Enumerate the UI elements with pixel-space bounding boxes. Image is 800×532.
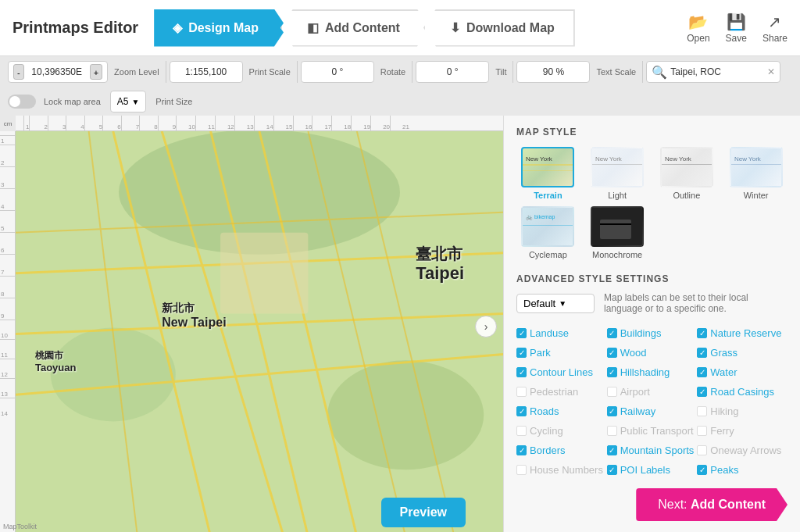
design-icon: ◈ <box>173 20 182 35</box>
layer-hiking[interactable]: Hiking <box>697 403 788 420</box>
terrain-label: Terrain <box>534 191 562 200</box>
layer-check-hillshading: ✓ <box>607 367 617 377</box>
layer-check-roads: ✓ <box>516 406 527 416</box>
layer-label-contour-lines: Contour Lines <box>530 366 593 378</box>
next-add-content-button[interactable]: Next: Add Content <box>636 488 788 521</box>
new-taipei-label: 新北市New Taipei <box>162 302 226 330</box>
outline-thumb: New York <box>660 147 713 187</box>
layer-label-hiking: Hiking <box>710 405 738 417</box>
svg-rect-28 <box>600 220 631 239</box>
layer-grass[interactable]: ✓Grass <box>697 345 788 361</box>
layer-pedestrian[interactable]: Pedestrian <box>516 384 607 400</box>
advanced-title: ADVANCED STYLE SETTINGS <box>516 273 788 284</box>
tilt-group <box>416 61 489 83</box>
step-add-content[interactable]: ◧ Add Content <box>280 9 430 47</box>
layer-park[interactable]: ✓Park <box>516 345 607 361</box>
add-content-icon: ◧ <box>307 20 319 35</box>
map-canvas[interactable]: 臺北市Taipei 新北市New Taipei 桃園市Taoyuan <box>16 131 503 532</box>
layer-contour-lines[interactable]: ✓Contour Lines <box>516 364 607 380</box>
clear-search-icon[interactable]: ✕ <box>767 66 775 77</box>
divider-1 <box>166 61 166 83</box>
rotate-input[interactable] <box>306 66 369 77</box>
layer-mountain-sports[interactable]: ✓Mountain Sports <box>607 442 698 459</box>
layer-public-transport[interactable]: Public Transport <box>607 423 698 439</box>
layer-landuse[interactable]: ✓Landuse <box>516 325 607 341</box>
layer-label-water: Water <box>710 366 737 378</box>
open-icon: 📂 <box>688 12 708 31</box>
layer-nature-reserve[interactable]: ✓Nature Reserve <box>697 325 788 341</box>
light-label: Light <box>608 191 627 200</box>
layer-check-hiking <box>697 406 707 416</box>
layers-grid: ✓Landuse✓Buildings✓Nature Reserve✓Park✓W… <box>516 325 788 478</box>
layer-label-cycling: Cycling <box>530 425 563 437</box>
layer-label-borders: Borders <box>530 445 566 456</box>
layer-label-house-numbers: House Numbers <box>530 464 603 476</box>
layer-check-railway: ✓ <box>607 406 617 416</box>
divider-2 <box>297 61 298 83</box>
layer-airport[interactable]: Airport <box>607 384 698 400</box>
layer-check-contour-lines: ✓ <box>516 367 527 377</box>
taoyuan-label: 桃園市Taoyuan <box>35 350 77 373</box>
mono-label: Monochrome <box>592 250 642 259</box>
layer-check-ferry <box>697 426 707 436</box>
ruler-top: 1 2 3 4 5 6 7 8 9 10 11 12 13 14 15 16 1… <box>16 116 503 131</box>
svg-text:🚲 bikemap: 🚲 bikemap <box>526 213 555 220</box>
layer-check-airport <box>607 387 617 397</box>
taipei-label: 臺北市Taipei <box>416 245 464 284</box>
layer-poi-labels[interactable]: ✓POI Labels <box>607 462 698 478</box>
layer-buildings[interactable]: ✓Buildings <box>607 325 698 341</box>
style-winter[interactable]: New York Winter <box>724 147 788 200</box>
layer-peaks[interactable]: ✓Peaks <box>697 462 788 478</box>
layer-check-landuse: ✓ <box>516 328 527 338</box>
lock-map-group: Lock map area <box>8 95 104 109</box>
rotate-label: Rotate <box>380 67 405 77</box>
tilt-input[interactable] <box>421 66 484 77</box>
layer-water[interactable]: ✓Water <box>697 364 788 380</box>
svg-text:New York: New York <box>734 155 762 162</box>
share-button[interactable]: ↗ Share <box>762 12 788 44</box>
style-light[interactable]: New York Light <box>586 147 649 200</box>
style-terrain[interactable]: New York Terrain <box>516 147 580 200</box>
layer-label-oneway-arrows: Oneway Arrows <box>710 445 781 456</box>
map-area[interactable]: cm 1 2 3 4 5 6 7 8 9 10 11 12 13 14 15 1… <box>0 116 503 532</box>
layer-wood[interactable]: ✓Wood <box>607 345 698 361</box>
open-button[interactable]: 📂 Open <box>687 12 709 44</box>
layer-hillshading[interactable]: ✓Hillshading <box>607 364 698 380</box>
layer-roads[interactable]: ✓Roads <box>516 403 607 420</box>
layer-borders[interactable]: ✓Borders <box>516 442 607 459</box>
layer-railway[interactable]: ✓Railway <box>607 403 698 420</box>
preview-button[interactable]: Preview <box>381 498 466 527</box>
mono-thumb <box>591 206 644 247</box>
svg-text:New York: New York <box>526 155 553 162</box>
step-design[interactable]: ◈ Design Map <box>154 9 287 47</box>
print-scale-input[interactable] <box>175 66 238 77</box>
share-label: Share <box>762 33 788 44</box>
step-download[interactable]: ⬇ Download Map <box>423 9 575 47</box>
next-action-label: Add Content <box>691 498 766 511</box>
lock-toggle[interactable] <box>8 95 36 109</box>
layer-house-numbers[interactable]: House Numbers <box>516 462 607 478</box>
lang-select[interactable]: Default ▼ <box>516 294 595 313</box>
layer-cycling[interactable]: Cycling <box>516 423 607 439</box>
layer-label-hillshading: Hillshading <box>620 366 670 378</box>
style-outline[interactable]: New York Outline <box>655 147 719 200</box>
style-monochrome[interactable]: Monochrome <box>586 206 649 259</box>
layer-oneway-arrows[interactable]: Oneway Arrows <box>697 442 788 459</box>
layer-check-poi-labels: ✓ <box>607 465 617 475</box>
layer-label-ferry: Ferry <box>710 425 734 437</box>
map-next-arrow[interactable]: › <box>475 316 497 337</box>
svg-rect-18 <box>523 170 573 171</box>
search-input[interactable] <box>670 66 764 77</box>
zoom-input[interactable] <box>26 66 88 77</box>
zoom-plus-button[interactable]: + <box>90 64 102 80</box>
style-cyclemap[interactable]: 🚲 bikemap Cyclemap <box>516 206 580 259</box>
text-scale-input[interactable] <box>522 66 584 77</box>
save-button[interactable]: 💾 Save <box>726 12 747 44</box>
next-button-container: Next: Add Content <box>636 488 788 521</box>
layer-ferry[interactable]: Ferry <box>697 423 788 439</box>
step-download-label: Download Map <box>466 21 555 35</box>
zoom-minus-button[interactable]: - <box>13 64 24 80</box>
share-icon: ↗ <box>768 12 781 31</box>
layer-road-casings[interactable]: ✓Road Casings <box>697 384 788 400</box>
layer-check-peaks: ✓ <box>697 465 707 475</box>
